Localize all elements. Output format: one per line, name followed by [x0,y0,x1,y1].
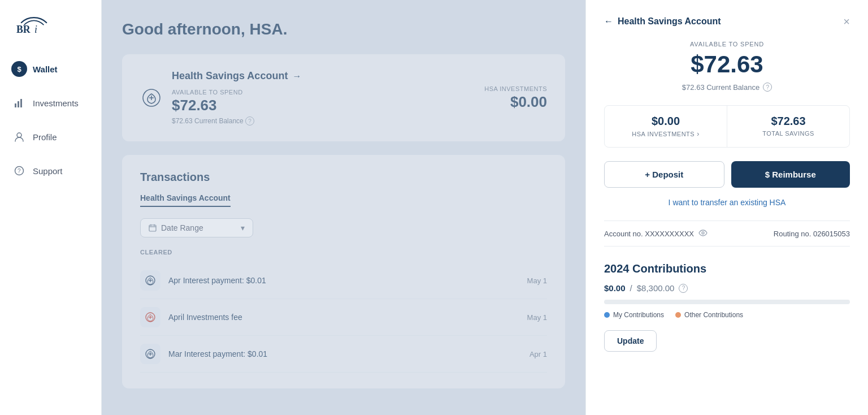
logo: BR i [0,0,101,47]
routing-number-item: Routing no. 026015053 [774,230,850,238]
sidebar-item-profile[interactable]: Profile [0,121,101,153]
transactions-card: Transactions Health Savings Account Date… [122,155,565,388]
transaction-date-0: May 1 [527,276,547,285]
support-icon: ? [11,163,27,179]
investments-icon [11,95,27,111]
sidebar-item-support[interactable]: ? Support [0,155,101,187]
panel-current-balance-text: $72.63 Current Balance [682,83,760,92]
contributions-title: 2024 Contributions [604,262,850,275]
svg-rect-2 [15,103,16,107]
contributions-amount: $0.00 / $8,300.00 ? [604,283,850,293]
table-row: April Investments fee May 1 [140,299,547,336]
hsa-card: Health Savings Account → AVAILABLE TO SP… [122,54,565,141]
sidebar-item-label-investments: Investments [33,98,79,108]
hsa-amount: $72.63 [172,97,301,114]
sidebar-item-wallet[interactable]: $ Wallet [0,53,101,85]
wallet-icon: $ [11,61,27,77]
available-label: AVAILABLE TO SPEND [172,89,301,96]
update-button[interactable]: Update [604,330,657,352]
main-content: Good afternoon, HSA. Health Savings Acco… [102,0,585,415]
stat-total-savings: $72.63 TOTAL SAVINGS [727,106,849,147]
hsa-card-icon [140,87,163,109]
current-balance-info-icon[interactable]: ? [245,116,254,126]
panel-back-button[interactable]: ← Health Savings Account [604,16,721,27]
svg-point-5 [17,133,21,137]
back-arrow-icon: ← [604,16,613,27]
svg-rect-11 [149,225,156,231]
stats-row: $0.00 HSA INVESTMENTS › $72.63 TOTAL SAV… [604,105,850,148]
reimburse-button[interactable]: $ Reimburse [731,161,850,188]
transaction-name-1: April Investments fee [168,313,519,322]
transaction-name-2: Mar Interest payment: $0.01 [168,349,522,358]
panel-current-balance-info-icon[interactable]: ? [763,83,772,92]
panel-amount: $72.63 [604,51,850,78]
cleared-label: CLEARED [140,249,547,256]
legend-my-contributions: My Contributions [604,311,664,319]
date-range-select[interactable]: Date Range ▾ [140,218,253,237]
account-number-item: Account no. XXXXXXXXXX [604,229,708,238]
sidebar-nav: $ Wallet Investments Profile [0,47,101,192]
sidebar-item-label-support: Support [33,166,63,176]
account-number-label: Account no. XXXXXXXXXX [604,230,694,238]
svg-rect-4 [20,99,22,107]
hsa-title-col: Health Savings Account → AVAILABLE TO SP… [172,70,301,126]
transaction-icon-0 [140,270,160,291]
deposit-button[interactable]: + Deposit [604,161,724,188]
transaction-name-0: Apr Interest payment: $0.01 [168,276,519,285]
greeting: Good afternoon, HSA. [122,20,565,38]
svg-text:?: ? [18,168,21,174]
profile-icon [11,129,27,145]
stat-arrow-icon: › [697,130,700,138]
sidebar-item-investments[interactable]: Investments [0,87,101,119]
legend-other-contributions: Other Contributions [675,311,743,319]
sidebar: BR i $ Wallet Investments [0,0,102,415]
transaction-icon-2 [140,344,160,364]
investments-amount: $0.00 [484,93,547,111]
right-panel: ← Health Savings Account × AVAILABLE TO … [585,0,868,415]
other-contributions-dot [675,312,681,318]
legend-row: My Contributions Other Contributions [604,311,850,319]
hsa-title: Health Savings Account [172,70,288,82]
contributions-section: 2024 Contributions $0.00 / $8,300.00 ? M… [604,262,850,352]
svg-point-24 [702,232,704,234]
panel-header: ← Health Savings Account × [604,16,850,27]
transaction-date-1: May 1 [527,313,547,322]
account-info-row: Account no. XXXXXXXXXX Routing no. 02601… [604,221,850,247]
hsa-balance-section: AVAILABLE TO SPEND $72.63 $72.63 Current… [172,89,301,126]
transaction-date-2: Apr 1 [530,350,547,358]
svg-rect-3 [18,101,19,107]
hsa-title-row: Health Savings Account → [172,70,301,82]
contributions-limit: $8,300.00 [637,283,675,293]
contributions-progress-bar [604,300,850,304]
hsa-current-balance: $72.63 Current Balance ? [172,116,301,126]
actions-row: + Deposit $ Reimburse [604,161,850,188]
my-contributions-dot [604,312,610,318]
panel-close-button[interactable]: × [843,16,850,27]
svg-text:i: i [34,24,37,35]
sidebar-item-label-profile: Profile [33,132,57,142]
my-contributions-label: My Contributions [613,311,664,319]
current-balance-text: $72.63 Current Balance [172,117,244,125]
hsa-title-arrow: → [292,71,301,81]
panel-current-balance: $72.63 Current Balance ? [604,83,850,92]
routing-number-label: Routing no. 026015053 [774,230,850,238]
transactions-title: Transactions [140,171,547,184]
hsa-card-right: HSA INVESTMENTS $0.00 [484,85,547,111]
table-row: Apr Interest payment: $0.01 May 1 [140,262,547,299]
account-visibility-icon[interactable] [698,229,708,238]
stat-label-savings: TOTAL SAVINGS [736,130,840,137]
investments-label: HSA INVESTMENTS [484,85,547,92]
date-range-chevron: ▾ [241,223,245,232]
hsa-card-left: Health Savings Account → AVAILABLE TO SP… [140,70,301,126]
stat-hsa-investments[interactable]: $0.00 HSA INVESTMENTS › [605,106,727,147]
contributions-separator: / [630,283,632,293]
svg-text:BR: BR [16,24,31,35]
transaction-icon-1 [140,307,160,327]
contributions-info-icon[interactable]: ? [679,284,688,293]
panel-available-label: AVAILABLE TO SPEND [604,41,850,47]
panel-title: Health Savings Account [618,16,721,27]
stat-value-investments: $0.00 [614,115,718,128]
transactions-tab[interactable]: Health Savings Account [140,193,231,207]
table-row: Mar Interest payment: $0.01 Apr 1 [140,336,547,373]
transfer-link[interactable]: I want to transfer an existing HSA [604,198,850,207]
